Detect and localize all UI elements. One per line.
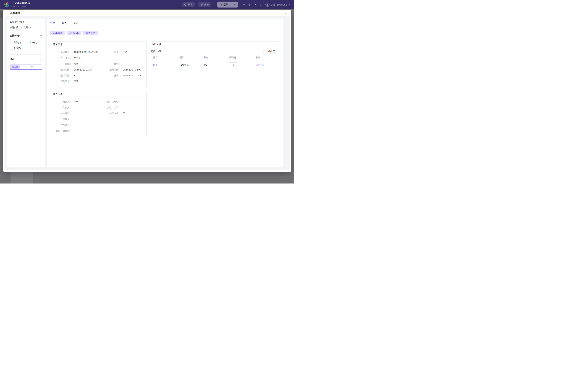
info-row: 订单备注： (54, 122, 143, 128)
field-value: 门店 (121, 50, 143, 54)
account-menu[interactable]: 15575979058 ▼ (265, 2, 290, 7)
booking-section-toggle[interactable]: 预订 (10, 58, 42, 61)
brand: 一朵花芙蓉区店 2024/12/11 早班 (4, 1, 33, 8)
caret-down-icon: ▼ (288, 3, 290, 6)
field-label: 入住人： (54, 106, 72, 109)
field-label: 销售员： (54, 118, 72, 121)
info-row: 销售员： (54, 117, 143, 122)
booking-section-title: 预订 (10, 58, 14, 61)
info-row: 入住类型： 全天房 (54, 55, 143, 61)
breakfast-cell (229, 62, 256, 67)
field-value: 散客 (72, 62, 102, 66)
reception-count: 接待(0间) (10, 26, 19, 29)
total-rooms-text: 共计关联0间房 (10, 21, 42, 24)
brightness-icon[interactable]: ☼ (259, 3, 262, 6)
field-label: 预订单号： (54, 50, 72, 54)
col-room-type: 房型 (180, 56, 203, 59)
status-badge: 未入住 (10, 65, 20, 69)
col-room-price: 房价 (203, 56, 229, 59)
info-row: 预订天数： 3 保留： 2024-12-11 21:36 (54, 73, 143, 79)
filter-inhouse[interactable]: 在住(0) (10, 41, 26, 44)
filter-checkedout-label: 退房(0) (13, 47, 21, 50)
field-value: 全天房 (72, 56, 102, 59)
cancel-order-button[interactable]: 取消订单 (67, 31, 81, 35)
global-search[interactable]: 搜索 ⌥ S (217, 1, 238, 8)
modify-order-button[interactable]: 订单修改 (50, 31, 65, 35)
night-audit-button[interactable]: 夜审 (182, 2, 195, 7)
translate-icon[interactable]: 文A (242, 3, 245, 6)
field-label: 预订人： (54, 100, 72, 103)
field-value: 门店 (72, 80, 102, 83)
field-label: 姓名： (102, 62, 121, 66)
filter-checkedout[interactable]: 退房(0) (10, 47, 26, 50)
top-right-tools: 夜审 报表 搜索 ⌥ S 文A ⟳ (182, 1, 290, 8)
checkin-column: 办理入住 房间：1间 自动排房 房号 房型 房价 赠早/份 操作 (149, 42, 280, 72)
top-bar: 一朵花芙蓉区店 2024/12/11 早班 夜审 报表 (0, 0, 294, 9)
flower-logo-icon (4, 1, 10, 8)
checkin-card: 办理入住 房间：1间 自动排房 房号 房型 房价 赠早/份 操作 (149, 42, 280, 72)
info-row: 预抵时间： 2024-12-11 21:36 预离时间： 2024-12-14 … (54, 67, 143, 73)
reports-button[interactable]: 报表 (198, 2, 212, 7)
field-label: OTA/外部： (54, 112, 72, 115)
filter-onaccount[interactable]: 挂账(0) (26, 41, 42, 44)
auto-assign-button[interactable]: 自动排房 (264, 49, 277, 54)
assign-room-link[interactable]: 排 房 (153, 63, 180, 67)
search-shortcut-badge: ⌥ S (230, 3, 237, 6)
order-actions: 订单修改 取消订单 发送短信 (47, 27, 283, 39)
send-sms-button[interactable]: 发送短信 (83, 31, 98, 35)
field-value: 2024-12-14 12:00 (121, 68, 143, 71)
tab-detail[interactable]: 详单 (50, 18, 55, 27)
order-info-body: 预订单号： 1866839509165473792 渠道： 门店 入住类型： 全… (51, 47, 146, 87)
divider (10, 54, 42, 55)
report-board-icon (200, 3, 203, 6)
search-label: 搜索 (224, 3, 228, 6)
checkbox-unchecked[interactable] (10, 41, 12, 44)
tab-log[interactable]: 日志 (73, 18, 78, 27)
field-label: 入住人电话： (102, 106, 121, 109)
account-phone: 15575979058 (271, 3, 287, 6)
field-label: 渠道： (102, 50, 121, 54)
booking-item-selected[interactable]: 未入住 一** (10, 65, 42, 70)
filter-onaccount-label: 挂账(0) (30, 41, 37, 44)
field-label: 预订天数： (54, 74, 72, 77)
reception-summary: 接待(0间) > 合计: 0 (10, 26, 42, 29)
filter-inhouse-label: 在住(0) (13, 41, 21, 44)
order-detail-modal: 订单详情 × 共计关联0间房 接待(0间) > 合计: 0 接待(0间) (3, 10, 291, 172)
field-value: 3 (72, 74, 102, 77)
breakfast-count-input[interactable] (229, 62, 238, 67)
header-icon-group: 文A ⟳ ☼ (242, 3, 262, 6)
checkbox-unchecked[interactable] (10, 47, 12, 50)
booking-guest-name: 一** (20, 66, 41, 69)
field-label: 预抵时间： (54, 68, 72, 71)
checkin-action-link[interactable]: 办理入住 (256, 63, 280, 67)
room-count: 房间：1间 (151, 50, 161, 53)
detail-content: 订单信息 预订单号： 1866839509165473792 渠道： 门店 入住… (47, 39, 283, 167)
field-value: 一** (72, 100, 102, 103)
info-row: 入住人： 入住人电话： (54, 105, 143, 111)
hotel-switcher[interactable]: 一朵花芙蓉区店 (12, 1, 33, 5)
refresh-icon[interactable]: ⟳ (254, 3, 256, 6)
checkbox-unchecked[interactable] (26, 41, 28, 44)
reception-section-toggle[interactable]: 接待(0间) (10, 34, 42, 37)
field-label: 担保方式： (102, 112, 121, 115)
moon-icon (184, 3, 187, 6)
chevron-down-icon (40, 58, 42, 60)
summary-separator: > (21, 26, 22, 29)
field-value: 1866839509165473792 (72, 51, 102, 53)
field-label: 订单来源： (54, 80, 72, 83)
field-label: 预订人电话： (102, 100, 121, 103)
info-row: 客源： 散客 姓名： (54, 61, 143, 67)
night-audit-label: 夜审 (188, 3, 193, 6)
tab-billing[interactable]: 账务 (62, 18, 67, 27)
info-row: OTA/外部： 担保方式： 无 (54, 110, 143, 117)
chevron-down-icon (40, 35, 42, 37)
info-row: 订单来源： 门店 (54, 79, 143, 84)
hotel-name: 一朵花芙蓉区店 (12, 1, 30, 5)
collapse-icon[interactable] (248, 3, 251, 6)
field-label: 外部订单备注： (54, 129, 72, 133)
date-shift: 2024/12/11 早班 (12, 5, 33, 8)
col-breakfast: 赠早/份 (229, 56, 256, 59)
order-detail-main: 详单 账务 日志 订单修改 取消订单 发送短信 订单信息 预订单号： (47, 18, 283, 167)
search-icon (220, 3, 222, 6)
close-icon[interactable]: × (285, 12, 287, 15)
